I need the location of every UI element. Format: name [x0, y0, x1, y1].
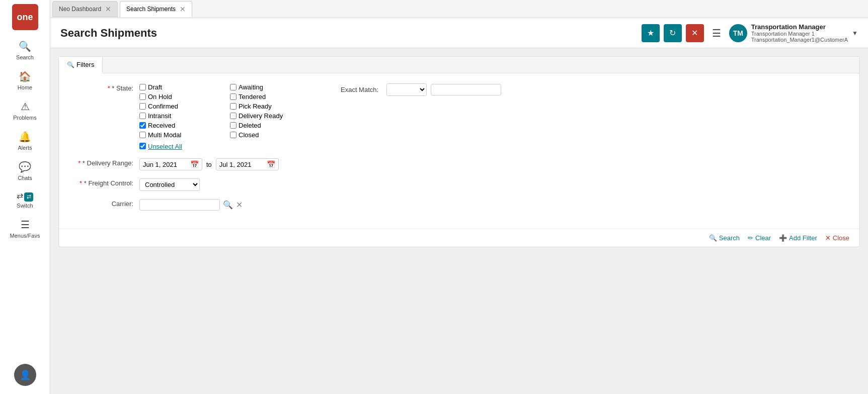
sidebar-item-home-label: Home — [18, 84, 32, 90]
exact-match-section: Exact Match: Option1 Option2 — [341, 83, 501, 96]
warning-icon: ⚠ — [21, 101, 30, 113]
search-footer-icon: 🔍 — [709, 234, 717, 242]
page-header: Search Shipments ★ ↻ ✕ ☰ TM Transportati… — [50, 18, 868, 48]
search-link[interactable]: 🔍 Search — [709, 234, 740, 242]
checkbox-draft-input[interactable] — [139, 84, 146, 90]
checkbox-awaiting-input[interactable] — [230, 84, 236, 90]
tab-bar: Neo Dashboard ✕ Search Shipments ✕ — [50, 0, 868, 18]
add-icon: ➕ — [779, 234, 787, 242]
close-footer-icon: ✕ — [825, 234, 831, 242]
checkbox-tendered-input[interactable] — [230, 93, 236, 100]
state-filter-row: * * State: Draft Awaiting — [69, 83, 849, 150]
checkbox-draft[interactable]: Draft — [139, 83, 220, 91]
calendar-from-icon[interactable]: 📅 — [190, 160, 199, 168]
user-email: Transportation_Manager1@CustomerA — [751, 37, 848, 43]
tab-search-shipments-close[interactable]: ✕ — [180, 6, 186, 13]
sidebar-item-menus-favs[interactable]: ☰ Menus/Favs — [0, 214, 50, 244]
user-section: TM Transportation Manager Transportation… — [729, 23, 858, 43]
to-label: to — [206, 161, 212, 168]
exact-match-select[interactable]: Option1 Option2 — [386, 83, 427, 96]
date-to-input[interactable] — [219, 161, 265, 168]
checkbox-tendered[interactable]: Tendered — [230, 93, 310, 101]
add-filter-link[interactable]: ➕ Add Filter — [779, 234, 817, 242]
exact-match-label: Exact Match: — [341, 86, 378, 93]
checkbox-confirmed[interactable]: Confirmed — [139, 103, 220, 110]
checkbox-multi-modal[interactable]: Multi Modal — [139, 131, 220, 139]
checkbox-on-hold[interactable]: On Hold — [139, 93, 220, 101]
checkbox-awaiting[interactable]: Awaiting — [230, 83, 310, 91]
freight-control-row: * * Freight Control: Controlled Uncontro… — [69, 178, 849, 191]
sidebar-item-alerts-label: Alerts — [18, 145, 32, 151]
user-avatar-bottom[interactable]: 👤 — [14, 364, 36, 386]
tab-neo-dashboard[interactable]: Neo Dashboard ✕ — [52, 1, 118, 17]
home-icon: 🏠 — [19, 70, 31, 82]
sidebar-item-menus-favs-label: Menus/Favs — [10, 233, 40, 239]
carrier-clear-button[interactable]: ✕ — [236, 200, 243, 210]
checkbox-pick-ready[interactable]: Pick Ready — [230, 103, 310, 110]
checkbox-delivery-ready-input[interactable] — [230, 113, 236, 119]
sidebar-item-switch-label: Switch — [17, 203, 33, 209]
filters-panel: 🔍 Filters * * State: — [58, 56, 860, 247]
add-filter-label: Add Filter — [789, 234, 817, 242]
filters-tab[interactable]: 🔍 Filters — [59, 57, 103, 73]
sidebar-item-search[interactable]: 🔍 Search — [0, 35, 50, 65]
freight-control-select[interactable]: Controlled Uncontrolled All — [139, 178, 200, 191]
tab-neo-dashboard-close[interactable]: ✕ — [105, 6, 111, 13]
checkbox-multi-modal-input[interactable] — [139, 132, 146, 138]
checkbox-intransit-input[interactable] — [139, 113, 146, 119]
checkbox-confirmed-input[interactable] — [139, 103, 146, 110]
state-checkboxes: Draft Awaiting On Hold Tendered — [139, 83, 310, 150]
exact-match-input[interactable] — [431, 84, 501, 95]
tab-search-shipments[interactable]: Search Shipments ✕ — [120, 1, 192, 17]
checkbox-deleted-input[interactable] — [230, 122, 236, 129]
sidebar-item-switch[interactable]: ⇄ ⇄ Switch — [0, 186, 50, 214]
sidebar: one 🔍 Search 🏠 Home ⚠ Problems 🔔 Alerts … — [0, 0, 50, 394]
checkbox-deleted[interactable]: Deleted — [230, 122, 310, 129]
delivery-range-row: * * Delivery Range: 📅 to 📅 — [69, 158, 849, 170]
delivery-range-label: * * Delivery Range: — [69, 158, 139, 167]
sidebar-item-problems-label: Problems — [13, 115, 36, 121]
page-title: Search Shipments — [60, 27, 157, 40]
carrier-search-button[interactable]: 🔍 — [223, 200, 233, 210]
date-to-wrap: 📅 — [216, 158, 279, 170]
date-from-input[interactable] — [143, 161, 188, 168]
checkbox-received[interactable]: Received — [139, 122, 220, 129]
search-icon: 🔍 — [19, 40, 31, 52]
clear-icon: ✏ — [748, 234, 753, 242]
user-dropdown-arrow[interactable]: ▼ — [852, 30, 858, 37]
carrier-input[interactable] — [139, 199, 220, 211]
checkbox-delivery-ready[interactable]: Delivery Ready — [230, 112, 310, 120]
tab-search-shipments-label: Search Shipments — [126, 6, 176, 13]
checkbox-on-hold-input[interactable] — [139, 93, 146, 100]
date-range: 📅 to 📅 — [139, 158, 279, 170]
sidebar-item-problems[interactable]: ⚠ Problems — [0, 95, 50, 126]
unselect-all-checkbox[interactable] — [139, 143, 146, 149]
date-from-wrap: 📅 — [139, 158, 202, 170]
sidebar-item-chats[interactable]: 💬 Chats — [0, 156, 50, 186]
user-role: Transportation Manager — [751, 23, 848, 31]
calendar-to-icon[interactable]: 📅 — [267, 160, 275, 168]
chat-icon: 💬 — [19, 161, 31, 173]
refresh-button[interactable]: ↻ — [664, 24, 682, 42]
app-logo[interactable]: one — [12, 4, 38, 30]
close-button[interactable]: ✕ — [686, 24, 704, 42]
menu-button[interactable]: ☰ — [708, 25, 725, 41]
sidebar-item-alerts[interactable]: 🔔 Alerts — [0, 126, 50, 156]
checkbox-intransit[interactable]: Intransit — [139, 112, 220, 120]
carrier-input-row: 🔍 ✕ — [139, 199, 243, 211]
filters-body: * * State: Draft Awaiting — [59, 73, 859, 229]
checkbox-received-input[interactable] — [139, 122, 146, 129]
unselect-all-link[interactable]: Unselect All — [148, 143, 182, 150]
checkbox-closed[interactable]: Closed — [230, 131, 310, 139]
close-link[interactable]: ✕ Close — [825, 234, 849, 242]
bell-icon: 🔔 — [19, 131, 31, 143]
freight-control-label: * * Freight Control: — [69, 178, 139, 187]
checkbox-closed-input[interactable] — [230, 132, 236, 138]
filters-footer: 🔍 Search ✏ Clear ➕ Add Filter ✕ Close — [59, 229, 859, 247]
clear-link[interactable]: ✏ Clear — [748, 234, 771, 242]
star-button[interactable]: ★ — [642, 24, 660, 42]
user-info: Transportation Manager Transportation Ma… — [751, 23, 848, 43]
filters-tab-label: Filters — [76, 61, 94, 68]
checkbox-pick-ready-input[interactable] — [230, 103, 236, 110]
sidebar-item-home[interactable]: 🏠 Home — [0, 65, 50, 95]
